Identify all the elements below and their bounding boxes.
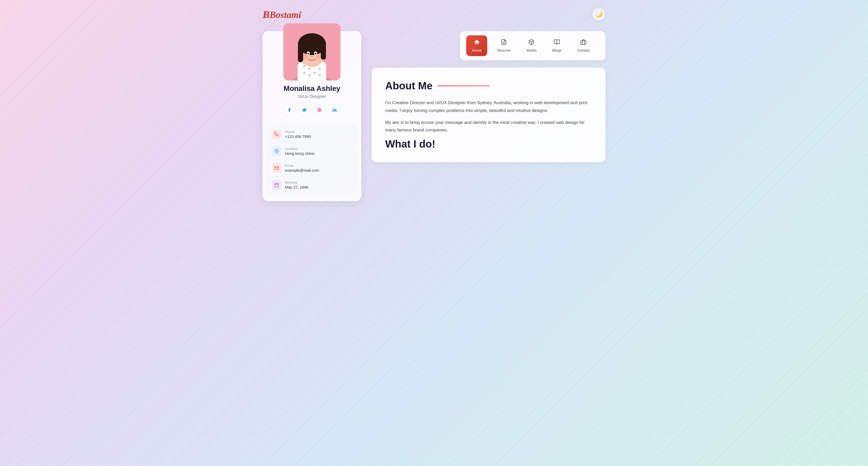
about-paragraph-2: My aim is to bring across your message a… (385, 119, 592, 134)
birthday-value: May 27, 1990 (285, 185, 309, 189)
moon-icon: 🌙 (595, 11, 602, 18)
svg-point-10 (319, 74, 321, 76)
svg-point-21 (316, 54, 321, 59)
nav-resume[interactable]: Resume (491, 35, 516, 56)
resume-icon (501, 39, 507, 47)
svg-rect-14 (321, 44, 326, 60)
dark-mode-button[interactable]: 🌙 (592, 8, 606, 21)
home-icon (474, 39, 480, 47)
profile-name: Monalisa Ashley (262, 85, 361, 93)
nav-works-label: Works (526, 48, 536, 53)
contact-location: Location Hong kong china (267, 143, 357, 160)
logo: BBostami (262, 8, 301, 21)
profile-photo-wrapper (283, 23, 341, 81)
svg-point-7 (303, 72, 305, 74)
contact-email: Email example@mail.com (267, 160, 357, 177)
contact-birthday: Birthday May 27, 1990 (267, 177, 357, 193)
navigation: Home Resume Works (460, 31, 606, 60)
birthday-label: Birthday (285, 181, 309, 184)
svg-point-23 (333, 108, 334, 109)
works-icon (528, 39, 534, 47)
nav-contact-label: Contact (577, 48, 590, 53)
nav-blogs-label: Blogs (552, 48, 561, 53)
svg-rect-25 (275, 183, 278, 187)
email-label: Email (285, 164, 319, 167)
email-details: Email example@mail.com (285, 164, 319, 173)
social-icons (262, 104, 361, 116)
nav-contact[interactable]: Contact (571, 35, 595, 56)
svg-point-6 (319, 68, 321, 70)
svg-point-24 (276, 150, 277, 151)
contact-info: Phone +123 456 7890 Location Hong kong c… (267, 123, 357, 196)
about-heading: About Me (385, 80, 592, 92)
svg-point-3 (303, 65, 305, 67)
svg-point-9 (313, 72, 316, 74)
what-i-do-heading: What I do! (385, 138, 592, 150)
phone-details: Phone +123 456 7890 (285, 130, 311, 139)
svg-point-8 (308, 74, 310, 76)
nav-resume-label: Resume (497, 48, 510, 53)
profile-photo (283, 23, 341, 81)
email-value: example@mail.com (285, 168, 319, 173)
email-icon (272, 163, 281, 173)
location-value: Hong kong china (285, 151, 314, 156)
linkedin-button[interactable] (329, 104, 340, 116)
profile-card: Monalisa Ashley Ui/Ux Designer (262, 31, 361, 201)
nav-home[interactable]: Home (466, 35, 487, 56)
dribbble-button[interactable] (314, 104, 325, 116)
profile-title: Ui/Ux Designer (262, 94, 361, 99)
svg-rect-32 (581, 41, 586, 44)
contact-icon (580, 39, 586, 47)
main-layout: Monalisa Ashley Ui/Ux Designer (262, 31, 606, 201)
contact-phone: Phone +123 456 7890 (267, 126, 357, 143)
blogs-icon (554, 39, 560, 47)
svg-rect-13 (298, 44, 303, 62)
right-content: Home Resume Works (372, 31, 606, 162)
nav-works[interactable]: Works (521, 35, 542, 56)
heading-divider (438, 86, 490, 86)
birthday-icon (272, 180, 281, 190)
phone-label: Phone (285, 130, 311, 134)
about-paragraph-1: I'm Creative Director and UI/UX Designer… (385, 99, 592, 115)
location-details: Location Hong kong china (285, 147, 314, 156)
twitter-button[interactable] (299, 104, 310, 116)
phone-value: +123 456 7890 (285, 134, 311, 139)
facebook-button[interactable] (284, 104, 295, 116)
location-label: Location (285, 147, 314, 151)
svg-point-18 (315, 53, 316, 54)
nav-home-label: Home (472, 48, 482, 53)
birthday-details: Birthday May 27, 1990 (285, 181, 309, 189)
svg-point-19 (311, 56, 313, 57)
header: BBostami 🌙 (262, 8, 606, 21)
svg-point-17 (308, 53, 309, 54)
svg-point-20 (303, 54, 308, 59)
svg-point-4 (308, 68, 310, 70)
phone-icon (272, 130, 281, 139)
nav-blogs[interactable]: Blogs (547, 35, 567, 56)
location-icon (272, 147, 281, 156)
about-section: About Me I'm Creative Director and UI/UX… (372, 67, 606, 162)
